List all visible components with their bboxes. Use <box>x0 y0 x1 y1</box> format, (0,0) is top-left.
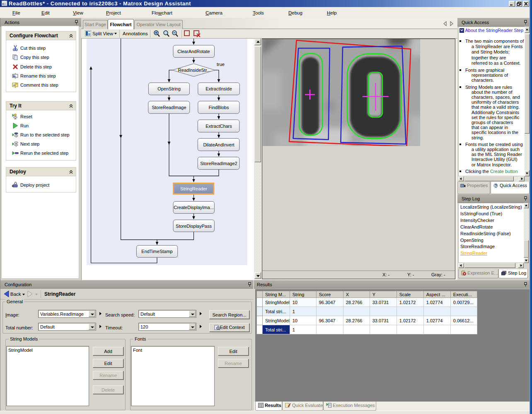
svg-text:StoreReadImage: StoreReadImage <box>152 105 186 110</box>
svg-text:CreateDisplayIma...: CreateDisplayIma... <box>174 205 214 210</box>
svg-text:StoreReadImage2: StoreReadImage2 <box>200 161 237 166</box>
svg-text:FindBlobs: FindBlobs <box>209 105 229 110</box>
svg-text:ab: ab <box>13 75 16 78</box>
svg-text:ExtractInside: ExtractInside <box>206 86 232 91</box>
svg-text:ClearAndRotate: ClearAndRotate <box>177 49 210 54</box>
svg-text:DilateAndInvert: DilateAndInvert <box>203 142 234 147</box>
svg-text:ExtractChars: ExtractChars <box>206 124 232 129</box>
svg-text:ReadInsideStr...: ReadInsideStr... <box>178 68 210 73</box>
svg-text:OpenString: OpenString <box>157 86 181 91</box>
svg-text:EndTimeStamp: EndTimeStamp <box>141 249 172 254</box>
svg-text:StoreDisplayPass: StoreDisplayPass <box>176 224 212 229</box>
svg-text:true: true <box>217 62 225 67</box>
svg-text:StringReader: StringReader <box>180 186 207 191</box>
